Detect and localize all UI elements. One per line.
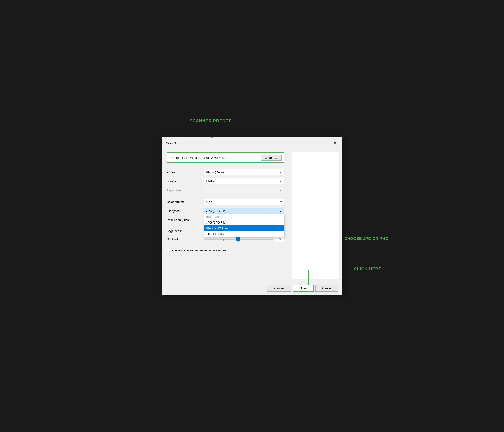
left-panel: Scanner: EPSON29F2FB (WF-2860 Ser... Cha… — [162, 149, 289, 282]
scanner-text: Scanner: EPSON29F2FB (WF-2860 Ser... — [170, 156, 226, 159]
dropdown-item-png[interactable]: PNG (PNG File) — [204, 225, 284, 231]
file-type-display[interactable]: JPG (JPG File) ⌄ — [204, 208, 285, 214]
contrast-value[interactable] — [275, 237, 285, 242]
paper-size-label: Paper size: — [167, 189, 204, 192]
cancel-button[interactable]: Cancel — [315, 285, 338, 292]
scanner-bar: Scanner: EPSON29F2FB (WF-2860 Ser... Cha… — [167, 153, 285, 163]
right-panel — [289, 149, 342, 282]
dialog-titlebar: New Scan ✕ — [162, 138, 342, 149]
checkbox-label: Preview or scan images as separate files — [172, 248, 226, 252]
contrast-row: Contrast: — [167, 237, 285, 242]
source-label: Source: — [167, 180, 204, 183]
contrast-slider-container — [204, 237, 285, 242]
file-type-container: JPG (JPG File) ⌄ BMP (BMP File) JPG (JPG… — [204, 208, 285, 214]
source-select[interactable]: Flatbed — [204, 178, 285, 184]
color-format-select[interactable]: Color — [204, 199, 285, 205]
new-scan-dialog: New Scan ✕ Scanner: EPSON29F2FB (WF-2860… — [162, 137, 342, 295]
brightness-label: Brightness: — [167, 229, 204, 233]
file-type-label: File type: — [167, 209, 204, 213]
color-format-row: Color format: Color — [167, 199, 285, 205]
dropdown-item-jpg[interactable]: JPG (JPG File) — [204, 220, 284, 225]
click-here-arrow — [308, 270, 309, 283]
scanner-preset-annotation: SCANNER PRESET — [190, 119, 231, 124]
file-type-dropdown: BMP (BMP File) JPG (JPG File) PNG (PNG F… — [204, 214, 285, 237]
divider-2 — [167, 196, 285, 196]
profile-row: Profile: Photo (Default) — [167, 169, 285, 175]
file-type-value: JPG (JPG File) — [206, 209, 226, 213]
preview-button[interactable]: Preview — [267, 285, 291, 292]
choose-annotation: CHOOSE JPG OR PNG — [344, 237, 388, 241]
dropdown-item-bmp[interactable]: BMP (BMP File) — [204, 214, 284, 220]
dialog-title: New Scan — [166, 141, 181, 145]
separate-files-checkbox[interactable] — [167, 249, 170, 252]
contrast-slider[interactable] — [204, 239, 273, 240]
scanner-preset-arrow — [212, 128, 212, 137]
preview-area — [292, 152, 339, 279]
source-row: Source: Flatbed — [167, 178, 285, 184]
dialog-content: Scanner: EPSON29F2FB (WF-2860 Ser... Cha… — [162, 149, 342, 282]
checkbox-row: Preview or scan images as separate files — [167, 248, 285, 252]
file-type-row: File type: JPG (JPG File) ⌄ BMP (BMP Fil… — [167, 208, 285, 214]
click-here-annotation: CLICK HERE — [354, 267, 381, 272]
close-button[interactable]: ✕ — [332, 140, 338, 146]
contrast-label: Contrast: — [167, 237, 204, 241]
paper-size-select[interactable] — [204, 187, 285, 193]
scan-button[interactable]: Scan — [293, 285, 314, 292]
profile-select[interactable]: Photo (Default) — [204, 169, 285, 175]
change-button[interactable]: Change... — [261, 155, 281, 161]
divider-4 — [167, 245, 285, 245]
profile-label: Profile: — [167, 171, 204, 174]
dropdown-item-tif[interactable]: TIF (TIF File) — [204, 231, 284, 237]
resolution-label: Resolution (DPI): — [167, 218, 204, 222]
color-format-label: Color format: — [167, 200, 204, 204]
dialog-footer: Preview Scan Cancel — [162, 282, 342, 294]
chevron-down-icon: ⌄ — [279, 209, 282, 213]
paper-size-row: Paper size: — [167, 187, 285, 193]
